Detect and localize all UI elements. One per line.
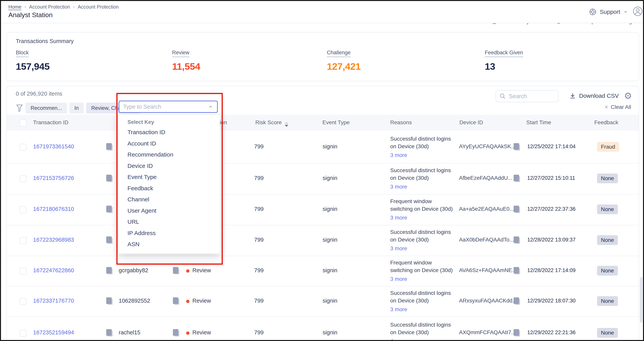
metric-review-label[interactable]: Review bbox=[172, 50, 190, 57]
breadcrumb-account-protection[interactable]: Account Protection bbox=[29, 4, 70, 10]
device-id-value: AXQmmFCFAQAAtI7... bbox=[459, 329, 516, 336]
more-reasons-link[interactable]: 4 more bbox=[390, 337, 407, 341]
dropdown-option-asn[interactable]: ASN bbox=[128, 241, 140, 248]
risk-score-value: 799 bbox=[254, 206, 264, 212]
dropdown-option-user-agent[interactable]: User Agent bbox=[128, 207, 156, 214]
account-id: 1062892552 bbox=[119, 298, 150, 304]
transaction-id-link[interactable]: 1672153756726 bbox=[33, 175, 74, 181]
more-reasons-link[interactable]: 3 more bbox=[390, 275, 407, 283]
dropdown-option-recommendation[interactable]: Recommendation bbox=[128, 151, 173, 158]
copy-icon[interactable] bbox=[106, 297, 113, 305]
copy-icon[interactable] bbox=[514, 236, 520, 244]
copy-icon[interactable] bbox=[106, 236, 113, 244]
column-header-transaction-id[interactable]: Transaction ID bbox=[33, 119, 68, 126]
download-csv-button[interactable]: Download CSV bbox=[569, 92, 619, 99]
search-icon bbox=[500, 93, 506, 99]
column-header-label: Start Time bbox=[526, 119, 551, 125]
clear-all-button[interactable]: × Clear All bbox=[604, 103, 631, 111]
more-reasons-link[interactable]: 3 more bbox=[390, 306, 407, 313]
dropdown-option-account-id[interactable]: Account ID bbox=[128, 140, 156, 147]
metric-review: Review 11,554 bbox=[172, 50, 200, 72]
copy-icon[interactable] bbox=[514, 143, 520, 151]
key-search-combobox[interactable]: Type to Search bbox=[119, 101, 218, 113]
more-reasons-link[interactable]: 3 more bbox=[390, 183, 407, 190]
copy-icon[interactable] bbox=[106, 143, 113, 151]
column-header-label: Device ID bbox=[460, 119, 483, 125]
reasons-cell: Successful distinct logins on Device (30… bbox=[390, 228, 460, 252]
table-row: 16723371767701062892552Review799signinSu… bbox=[7, 286, 639, 317]
row-checkbox[interactable] bbox=[20, 237, 26, 244]
sort-icon[interactable] bbox=[285, 122, 288, 127]
account-id: gcrgabby82 bbox=[119, 267, 148, 274]
table-row: 1671973361540799signinSuccessful distinc… bbox=[7, 131, 639, 163]
row-checkbox[interactable] bbox=[20, 298, 26, 305]
transaction-id-link[interactable]: 1671973361540 bbox=[33, 143, 74, 150]
copy-icon[interactable] bbox=[106, 329, 113, 337]
copy-icon[interactable] bbox=[106, 175, 113, 182]
event-type-value: signin bbox=[322, 143, 338, 150]
start-time-value: 12/29/2022 22:21:36 bbox=[527, 330, 576, 336]
event-type-value: signin bbox=[322, 206, 338, 212]
transactions-summary-card: Transactions Summary Block 157,945 Revie… bbox=[6, 32, 639, 81]
gear-icon[interactable]: ⚙ bbox=[624, 90, 632, 101]
dropdown-option-transaction-id[interactable]: Transaction ID bbox=[128, 129, 165, 136]
feedback-badge: None bbox=[597, 296, 618, 306]
risk-score-value: 799 bbox=[254, 143, 264, 150]
copy-icon[interactable] bbox=[173, 267, 180, 275]
metric-review-value: 11,554 bbox=[172, 61, 200, 72]
more-reasons-link[interactable]: 3 more bbox=[390, 245, 407, 252]
dropdown-option-url[interactable]: URL bbox=[128, 219, 139, 225]
copy-icon[interactable] bbox=[514, 267, 520, 275]
metric-challenge-label[interactable]: Challenge bbox=[327, 50, 351, 57]
row-checkbox[interactable] bbox=[20, 144, 26, 151]
transaction-id-link[interactable]: 1672232968983 bbox=[33, 237, 74, 243]
copy-icon[interactable] bbox=[514, 206, 520, 213]
column-header-feedback[interactable]: Feedback bbox=[594, 119, 618, 126]
dropdown-option-channel[interactable]: Channel bbox=[128, 196, 149, 203]
recommendation-value: Review bbox=[192, 329, 211, 336]
copy-icon[interactable] bbox=[106, 267, 113, 275]
copy-icon[interactable] bbox=[514, 329, 520, 337]
copy-icon[interactable] bbox=[514, 297, 520, 305]
column-header-start-time[interactable]: Start Time bbox=[526, 119, 551, 126]
transaction-id-link[interactable]: 1672180676310 bbox=[33, 206, 74, 212]
copy-icon[interactable] bbox=[514, 175, 520, 182]
reasons-cell: Successful distinct logins on Device (30… bbox=[390, 135, 460, 159]
row-checkbox[interactable] bbox=[20, 330, 26, 337]
user-avatar[interactable] bbox=[632, 6, 643, 16]
filter-chip-operator[interactable]: In bbox=[70, 103, 84, 113]
column-header-device-id[interactable]: Device ID bbox=[460, 119, 483, 126]
dropdown-option-device-id[interactable]: Device ID bbox=[128, 163, 153, 169]
copy-icon[interactable] bbox=[106, 206, 113, 213]
transaction-id-link[interactable]: 1672352159494 bbox=[33, 329, 74, 336]
select-key-header: Select Key bbox=[128, 119, 154, 125]
row-checkbox[interactable] bbox=[20, 206, 26, 213]
column-header-event-type[interactable]: Event Type bbox=[322, 119, 350, 126]
dropdown-option-feedback[interactable]: Feedback bbox=[128, 185, 153, 192]
dropdown-option-ip-address[interactable]: IP Address bbox=[128, 230, 156, 236]
column-header-reasons[interactable]: Reasons bbox=[390, 119, 412, 126]
reasons-text: Successful distinct logins on Device (30… bbox=[390, 322, 451, 335]
column-header-risk-score[interactable]: Risk Score bbox=[255, 119, 288, 127]
download-csv-label: Download CSV bbox=[579, 92, 619, 99]
transaction-id-link[interactable]: 1672337176770 bbox=[33, 298, 74, 304]
metric-feedback-given-label[interactable]: Feedback Given bbox=[485, 50, 523, 57]
copy-icon[interactable] bbox=[173, 297, 180, 305]
transaction-id-link[interactable]: 1672247622860 bbox=[33, 267, 74, 274]
row-checkbox[interactable] bbox=[20, 175, 26, 182]
more-reasons-link[interactable]: 3 more bbox=[390, 151, 407, 159]
filter-chip-field[interactable]: Recommen... bbox=[26, 103, 67, 113]
support-menu[interactable]: Support bbox=[589, 8, 628, 16]
select-all-checkbox[interactable] bbox=[20, 119, 26, 126]
more-reasons-link[interactable]: 3 more bbox=[390, 214, 407, 221]
metric-block-label[interactable]: Block bbox=[16, 50, 29, 57]
copy-icon[interactable] bbox=[173, 329, 180, 337]
breadcrumb-home[interactable]: Home bbox=[8, 4, 22, 10]
dropdown-option-event-type[interactable]: Event Type bbox=[128, 174, 157, 180]
row-checkbox[interactable] bbox=[20, 268, 26, 275]
reasons-cell: Frequent window switching on Device (30d… bbox=[390, 259, 460, 283]
table-row: 1672232968983799signinSuccessful distinc… bbox=[7, 225, 639, 256]
table-row: 1672352159494rachel15Review799signinSucc… bbox=[7, 317, 639, 341]
table-search-input[interactable]: Search bbox=[496, 90, 558, 102]
vertical-scrollbar[interactable] bbox=[640, 277, 642, 323]
